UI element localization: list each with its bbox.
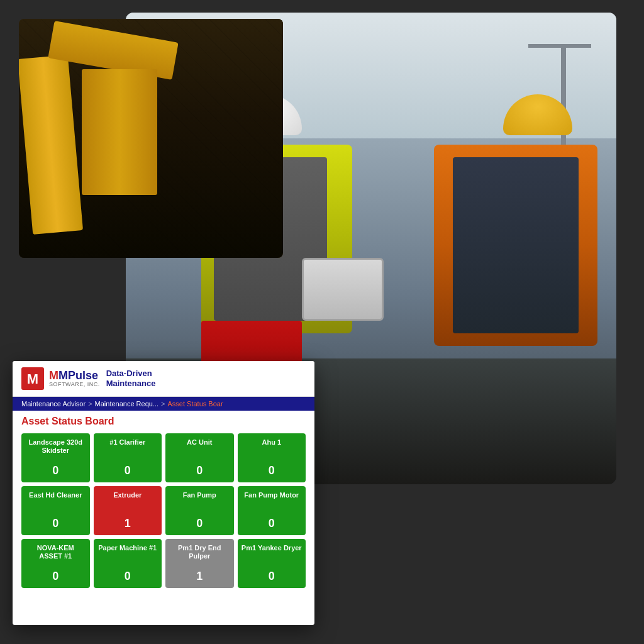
crane-arm [528, 44, 591, 48]
asset-count-clarifier: 0 [125, 464, 131, 477]
asset-count-extruder: 1 [125, 517, 131, 530]
asset-name-extruder: Extruder [113, 491, 142, 499]
asset-count-ac: 0 [196, 464, 203, 477]
asset-card-paper[interactable]: Paper Machine #1 0 [94, 539, 162, 588]
worker-right [421, 94, 597, 409]
breadcrumb-bar: Maintenance Advisor > Maintenance Requ..… [13, 397, 314, 411]
asset-name-easthd: East Hd Cleaner [29, 491, 82, 499]
asset-name-fanpumpmotor: Fan Pump Motor [244, 491, 299, 499]
panel-header: M MMPulse SOFTWARE, INC. Data-DrivenMain… [13, 361, 314, 397]
asset-count-pm1dry: 1 [196, 570, 203, 583]
asset-name-ac: AC Unit [187, 438, 212, 447]
asset-name-landscape: Landscape 320d Skidster [25, 438, 86, 455]
asset-count-fanpumpmotor: 0 [269, 517, 275, 530]
machinery-part1 [19, 55, 83, 235]
svg-text:M: M [27, 371, 38, 387]
asset-card-easthd[interactable]: East Hd Cleaner 0 [21, 486, 90, 535]
asset-name-pm1dry: Pm1 Dry End Pulper [169, 544, 230, 560]
asset-count-fanpump: 0 [196, 517, 203, 530]
page-title: Asset Status Board [13, 411, 314, 431]
yellow-helmet [503, 94, 572, 135]
mpulse-panel: M MMPulse SOFTWARE, INC. Data-DrivenMain… [13, 361, 314, 625]
asset-count-pm1yankee: 0 [269, 570, 275, 583]
breadcrumb-sep-1: > [88, 400, 92, 408]
breadcrumb-item-1[interactable]: Maintenance Advisor [21, 400, 86, 408]
logo-text-block: MMPulse SOFTWARE, INC. [49, 370, 100, 387]
asset-card-novakem[interactable]: NOVA-KEM ASSET #1 0 [21, 539, 90, 588]
breadcrumb-item-2[interactable]: Maintenance Requ... [95, 400, 159, 408]
asset-card-ahu[interactable]: Ahu 1 0 [238, 433, 306, 482]
asset-grid: Landscape 320d Skidster 0 #1 Clarifier 0… [13, 431, 314, 591]
breadcrumb-current: Asset Status Boar [168, 400, 223, 408]
asset-count-landscape: 0 [52, 464, 58, 477]
logo-m-red: M [49, 369, 58, 382]
asset-count-paper: 0 [125, 570, 131, 583]
logo-software-text: SOFTWARE, INC. [49, 381, 100, 387]
asset-count-easthd: 0 [52, 517, 58, 530]
asset-card-fanpumpmotor[interactable]: Fan Pump Motor 0 [238, 486, 306, 535]
logo-tagline: Data-DrivenMaintenance [106, 369, 156, 388]
asset-card-landscape[interactable]: Landscape 320d Skidster 0 [21, 433, 90, 482]
asset-card-fanpump[interactable]: Fan Pump 0 [165, 486, 234, 535]
asset-card-pm1yankee[interactable]: Pm1 Yankee Dryer 0 [238, 539, 306, 588]
asset-name-ahu: Ahu 1 [262, 438, 281, 447]
asset-card-clarifier[interactable]: #1 Clarifier 0 [94, 433, 162, 482]
orange-vest [434, 145, 597, 346]
asset-name-paper: Paper Machine #1 [98, 544, 157, 552]
logo-pulse-blue: MPulse [58, 369, 98, 382]
machinery-photo [19, 19, 283, 258]
breadcrumb-sep-2: > [161, 400, 165, 408]
asset-card-pm1dry[interactable]: Pm1 Dry End Pulper 1 [165, 539, 234, 588]
machinery-part3 [82, 69, 157, 195]
asset-name-clarifier: #1 Clarifier [109, 438, 145, 447]
asset-name-novakem: NOVA-KEM ASSET #1 [25, 544, 86, 560]
asset-name-pm1yankee: Pm1 Yankee Dryer [242, 544, 302, 552]
asset-name-fanpump: Fan Pump [183, 491, 216, 499]
logo-mpulse-name: MMPulse [49, 370, 100, 381]
mpulse-logo-icon: M [21, 367, 44, 390]
asset-count-ahu: 0 [269, 464, 275, 477]
asset-card-extruder[interactable]: Extruder 1 [94, 486, 162, 535]
asset-card-ac[interactable]: AC Unit 0 [165, 433, 234, 482]
clipboard [302, 258, 384, 321]
asset-count-novakem: 0 [52, 570, 58, 583]
